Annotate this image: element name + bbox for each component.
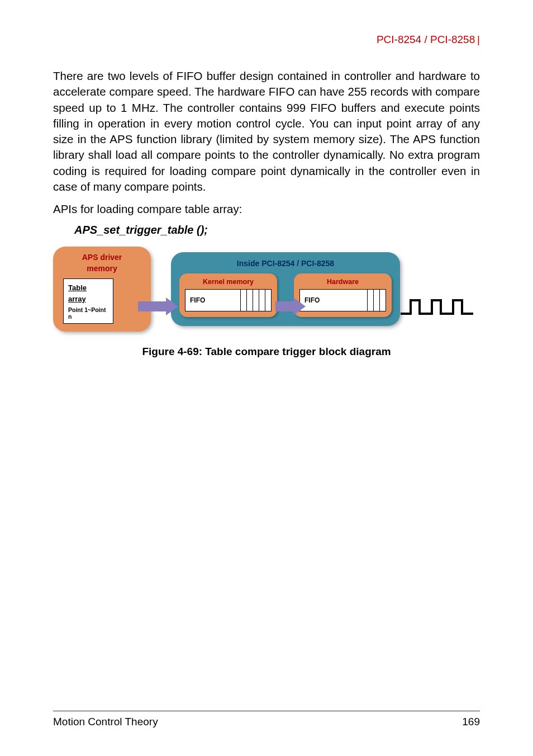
- pulse-output-icon: [401, 296, 473, 318]
- hardware-fifo: FIFO: [299, 289, 386, 311]
- page-header: PCI-8254 / PCI-8258 |: [53, 34, 480, 46]
- table-array-label-l1: Table: [68, 282, 108, 294]
- page-footer: Motion Control Theory 169: [53, 711, 480, 728]
- table-array-points: Point 1~Point n: [68, 306, 108, 320]
- block-diagram: APS driver memory Table array Point 1~Po…: [53, 247, 444, 332]
- body-paragraph-1: There are two levels of FIFO buffer desi…: [53, 68, 480, 195]
- aps-driver-title-l2: memory: [87, 264, 117, 273]
- table-array-label-l2: array: [68, 294, 108, 305]
- footer-page-number: 169: [462, 716, 480, 728]
- kernel-fifo-label: FIFO: [185, 296, 240, 304]
- hardware-title: Hardware: [299, 278, 386, 286]
- kernel-memory-box: Kernel memory FIFO: [179, 273, 277, 317]
- hardware-box: Hardware FIFO: [294, 273, 392, 317]
- aps-driver-title: APS driver memory: [60, 252, 144, 274]
- header-separator: |: [475, 34, 480, 45]
- kernel-fifo: FIFO: [185, 289, 272, 311]
- kernel-memory-title: Kernel memory: [185, 278, 272, 286]
- aps-driver-title-l1: APS driver: [82, 253, 122, 262]
- product-name: PCI-8254 / PCI-8258: [377, 34, 475, 45]
- pci-title: Inside PCI-8254 / PCI-8258: [179, 259, 392, 268]
- arrow-icon: [138, 301, 178, 315]
- footer-section: Motion Control Theory: [53, 716, 158, 728]
- arrow-icon: [275, 301, 306, 315]
- api-function-call: APS_set_trigger_table ();: [74, 224, 480, 237]
- table-array-box: Table array Point 1~Point n: [63, 278, 113, 324]
- aps-driver-memory-box: APS driver memory Table array Point 1~Po…: [53, 247, 151, 332]
- figure-caption: Figure 4-69: Table compare trigger block…: [53, 346, 480, 358]
- body-paragraph-2: APIs for loading compare table array:: [53, 202, 480, 216]
- hardware-fifo-label: FIFO: [300, 296, 367, 304]
